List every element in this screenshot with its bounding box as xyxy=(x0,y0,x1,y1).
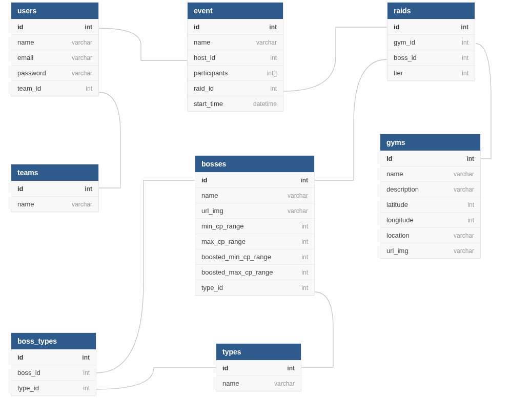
table-row[interactable]: start_timedatetime xyxy=(188,96,283,111)
table-row[interactable]: team_idint xyxy=(11,80,98,96)
column-type: int xyxy=(270,54,277,61)
table-row[interactable]: gym_idint xyxy=(387,34,475,50)
table-boss-types[interactable]: boss_types idint boss_idint type_idint xyxy=(11,332,96,396)
table-raids[interactable]: raids idint gym_idint boss_idint tierint xyxy=(387,2,475,81)
table-row[interactable]: participantsint[] xyxy=(188,65,283,80)
column-type: int xyxy=(301,238,308,245)
table-types[interactable]: types idint namevarchar xyxy=(216,343,301,391)
column-type: varchar xyxy=(72,54,92,61)
column-type: varchar xyxy=(454,247,474,255)
column-name: description xyxy=(386,185,419,193)
table-row[interactable]: max_cp_rangeint xyxy=(195,234,314,249)
column-type: varchar xyxy=(72,70,92,77)
table-row[interactable]: locationvarchar xyxy=(380,227,480,243)
column-name: id xyxy=(17,353,24,361)
table-users[interactable]: users idint namevarchar emailvarchar pas… xyxy=(11,2,99,96)
column-type: int xyxy=(301,254,308,261)
column-type: varchar xyxy=(288,192,308,199)
table-header: bosses xyxy=(195,156,314,172)
table-row[interactable]: idint xyxy=(11,19,98,34)
column-type: int xyxy=(301,269,308,276)
table-header: boss_types xyxy=(11,333,96,349)
table-event[interactable]: event idint namevarchar host_idint parti… xyxy=(187,2,283,112)
table-row[interactable]: boosted_max_cp_rangeint xyxy=(195,264,314,280)
table-row[interactable]: emailvarchar xyxy=(11,50,98,65)
table-row[interactable]: namevarchar xyxy=(216,375,301,391)
column-name: boosted_max_cp_range xyxy=(201,268,273,276)
table-row[interactable]: idint xyxy=(11,349,96,365)
table-header: users xyxy=(11,3,98,19)
table-row[interactable]: namevarchar xyxy=(195,187,314,203)
column-type: varchar xyxy=(454,232,474,239)
column-name: id xyxy=(222,364,229,372)
column-name: name xyxy=(194,38,211,46)
column-name: latitude xyxy=(386,201,408,208)
column-name: boss_id xyxy=(17,369,40,376)
table-row[interactable]: idint xyxy=(195,172,314,187)
table-row[interactable]: boosted_min_cp_rangeint xyxy=(195,249,314,264)
table-row[interactable]: type_idint xyxy=(11,380,96,395)
column-name: name xyxy=(17,200,34,208)
column-name: email xyxy=(17,54,33,61)
table-header: teams xyxy=(11,164,98,181)
table-row[interactable]: raid_idint xyxy=(188,80,283,96)
column-name: boss_id xyxy=(394,54,417,61)
column-type: int xyxy=(462,70,468,77)
table-row[interactable]: longitudeint xyxy=(380,212,480,227)
table-row[interactable]: idint xyxy=(216,360,301,375)
table-row[interactable]: namevarchar xyxy=(188,34,283,50)
column-name: name xyxy=(222,380,239,387)
column-type: varchar xyxy=(288,207,308,215)
table-row[interactable]: namevarchar xyxy=(11,196,98,212)
column-type: int xyxy=(85,24,92,31)
table-bosses[interactable]: bosses idint namevarchar url_imgvarchar … xyxy=(195,155,315,296)
column-type: int xyxy=(287,365,295,372)
table-row[interactable]: min_cp_rangeint xyxy=(195,218,314,234)
column-name: id xyxy=(201,176,208,184)
table-row[interactable]: url_imgvarchar xyxy=(380,243,480,258)
table-row[interactable]: boss_idint xyxy=(11,365,96,380)
column-type: int xyxy=(270,85,277,92)
table-row[interactable]: idint xyxy=(11,181,98,196)
column-type: int xyxy=(467,201,474,208)
table-row[interactable]: passwordvarchar xyxy=(11,65,98,80)
column-type: varchar xyxy=(454,186,474,193)
column-name: name xyxy=(386,170,403,178)
column-name: host_id xyxy=(194,54,215,61)
table-teams[interactable]: teams idint namevarchar xyxy=(11,164,99,212)
column-type: int xyxy=(82,354,90,361)
table-header: gyms xyxy=(380,134,480,151)
table-row[interactable]: idint xyxy=(188,19,283,34)
column-type: int xyxy=(301,284,308,291)
table-row[interactable]: boss_idint xyxy=(387,50,475,65)
column-name: start_time xyxy=(194,100,223,108)
table-row[interactable]: namevarchar xyxy=(11,34,98,50)
table-row[interactable]: idint xyxy=(387,19,475,34)
table-row[interactable]: type_idint xyxy=(195,280,314,295)
column-type: int xyxy=(85,185,92,193)
table-row[interactable]: idint xyxy=(380,151,480,166)
table-row[interactable]: namevarchar xyxy=(380,166,480,181)
table-gyms[interactable]: gyms idint namevarchar descriptionvarcha… xyxy=(380,134,481,259)
table-header: event xyxy=(188,3,283,19)
column-name: type_id xyxy=(201,284,223,291)
table-row[interactable]: url_imgvarchar xyxy=(195,203,314,218)
column-type: varchar xyxy=(72,201,92,208)
column-type: varchar xyxy=(72,39,92,46)
column-type: int xyxy=(269,24,277,31)
column-name: min_cp_range xyxy=(201,222,243,230)
column-type: int xyxy=(301,223,308,230)
column-name: id xyxy=(17,185,24,193)
column-name: gym_id xyxy=(394,38,415,46)
column-type: int xyxy=(462,54,468,61)
table-row[interactable]: descriptionvarchar xyxy=(380,181,480,197)
column-type: int xyxy=(467,217,474,224)
column-name: name xyxy=(17,38,34,46)
table-row[interactable]: latitudeint xyxy=(380,197,480,212)
column-type: int xyxy=(466,155,474,162)
column-name: location xyxy=(386,232,410,239)
column-name: max_cp_range xyxy=(201,238,246,245)
table-row[interactable]: tierint xyxy=(387,65,475,80)
column-type: int xyxy=(83,369,90,376)
table-row[interactable]: host_idint xyxy=(188,50,283,65)
